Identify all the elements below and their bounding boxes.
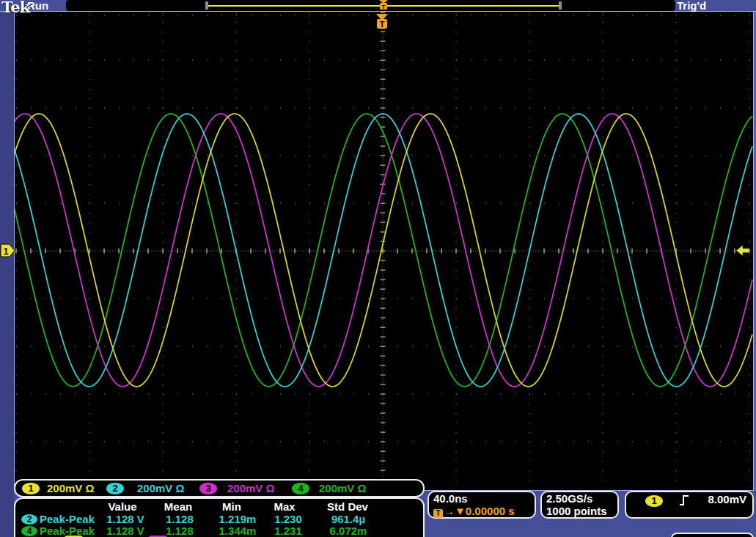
rising-edge-slope-icon (679, 494, 689, 506)
trigger-level-value: 8.00mV (708, 493, 746, 505)
trigger-source-badge: 1 (645, 495, 663, 507)
waveform-plot: T1 (0, 0, 756, 537)
meas-stddev: 961.4µ (331, 513, 365, 525)
acquisition-bracket-left-icon (205, 1, 208, 10)
trigger-t-icon: T (433, 509, 443, 518)
channel-1-badge[interactable]: 1 (22, 483, 40, 494)
meas-name: Peak-Peak (40, 513, 95, 525)
top-status-bar: T Run Trig'd (0, 0, 756, 11)
meas-header-mean: Mean (164, 500, 192, 513)
trigger-position-marker[interactable]: T (376, 14, 388, 29)
meas-header-min: Min (222, 500, 241, 513)
trigger-settings-box[interactable]: 1 8.00mV (625, 491, 754, 519)
channel-3-badge[interactable]: 3 (199, 483, 217, 494)
acquisition-bracket-right-icon (559, 1, 562, 10)
channel-2-scale-label: 200mV Ω (137, 481, 185, 496)
meas-header-max: Max (274, 500, 295, 513)
meas-max: 1.231 (274, 525, 302, 537)
trigger-t-glyph: T (382, 4, 386, 10)
sample-rate: 2.50GS/s (546, 492, 592, 505)
svg-text:T: T (380, 20, 385, 29)
measurement-table: Value Mean Min Max Std Dev 2 Peak-Peak 1… (14, 497, 425, 537)
partial-menu-box[interactable] (671, 533, 754, 537)
graticule-grid (15, 12, 752, 489)
channel-1-scale-label: 200mV Ω (47, 481, 95, 496)
meas-min: 1.344m (219, 525, 257, 537)
channel-4-badge[interactable]: 4 (292, 483, 309, 494)
oscilloscope-screen: { "header": { "logo": "Tek", "status": "… (0, 0, 756, 537)
meas-stddev: 6.072m (330, 525, 367, 537)
ch2-badge: 2 (21, 514, 37, 525)
meas-max: 1.230 (274, 513, 302, 525)
trigger-position-readout: T→▼0.00000 s (433, 505, 515, 518)
record-length: 1000 points (546, 505, 607, 517)
tek-logo: Tek (1, 0, 29, 16)
channel-4-scale-label: 200mV Ω (319, 481, 367, 496)
graticule-top-border (0, 11, 756, 12)
channel-settings-bar: 1 200mV Ω 2 200mV Ω 3 200mV Ω 4 200mV Ω (14, 479, 425, 497)
channel-2-badge[interactable]: 2 (106, 483, 124, 494)
ch1-ground-marker[interactable]: 1 (1, 244, 15, 257)
trigger-position-arrows-icon: →▼ (444, 505, 466, 517)
trigger-position-value: 0.00000 s (466, 505, 515, 517)
meas-min: 1.219m (219, 513, 257, 525)
ch4-badge: 4 (21, 526, 37, 536)
acquisition-status: Run (27, 0, 48, 12)
horizontal-scale-box[interactable]: 40.0ns T→▼0.00000 s (427, 491, 536, 519)
meas-value: 1.128 V (106, 525, 144, 537)
meas-value: 1.128 V (106, 513, 144, 525)
trigger-status: Trig'd (677, 0, 706, 12)
trigger-position-marker-small-icon[interactable]: T (378, 0, 389, 10)
svg-text:1: 1 (4, 246, 9, 257)
acquisition-settings-box[interactable]: 2.50GS/s 1000 points (540, 491, 619, 519)
timebase-scale: 40.0ns (433, 492, 468, 505)
acquisition-preview-bar[interactable]: T (66, 0, 675, 11)
trigger-level-marker[interactable] (736, 245, 749, 256)
channel-3-scale-label: 200mV Ω (227, 481, 275, 496)
meas-mean: 1.128 (166, 513, 194, 525)
meas-header-stddev: Std Dev (327, 500, 368, 513)
meas-mean: 1.128 (166, 525, 194, 537)
meas-header-value: Value (108, 500, 136, 513)
